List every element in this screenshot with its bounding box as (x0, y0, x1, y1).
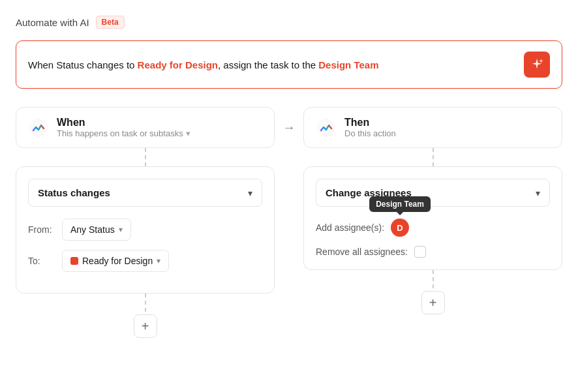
when-add-row: + (134, 312, 157, 338)
action-select[interactable]: Change assignees ▾ (316, 179, 550, 207)
beta-badge: Beta (96, 16, 125, 29)
trigger-label: Status changes (38, 187, 110, 198)
svg-point-0 (29, 119, 48, 137)
flow-container: When This happens on task or subtasks ▾ … (16, 107, 562, 338)
clickup-logo-when (28, 117, 49, 138)
assignee-initial: D (397, 223, 403, 233)
then-body-card: Change assignees ▾ Add assignee(s): Desi… (303, 166, 562, 270)
sparkle-icon (530, 57, 544, 72)
when-body-card: Status changes ▾ From: Any Status ▾ To: … (16, 166, 275, 294)
trigger-select[interactable]: Status changes ▾ (28, 179, 262, 207)
flow-arrow: → (282, 107, 296, 135)
to-label: To: (28, 256, 55, 266)
to-chevron: ▾ (157, 256, 160, 265)
assignee-avatar[interactable]: Design Team D (391, 219, 409, 237)
then-dashed-line-top (433, 148, 434, 166)
status-dot (70, 257, 78, 265)
clickup-logo-then (316, 117, 337, 138)
prompt-highlight2: Design Team (318, 59, 378, 70)
when-dashed-line-top (145, 148, 146, 166)
add-assignees-label: Add assignee(s): (316, 222, 384, 233)
when-header-card: When This happens on task or subtasks ▾ (16, 107, 275, 148)
then-column: Then Do this action Change assignees ▾ A… (303, 107, 562, 314)
svg-point-1 (317, 119, 335, 137)
ai-prompt-box: When Status changes to Ready for Design,… (16, 40, 562, 89)
prompt-highlight1: Ready for Design (138, 59, 218, 70)
header-title: Automate with AI (16, 17, 89, 28)
when-add-button[interactable]: + (134, 314, 157, 338)
prompt-text-before: When Status changes to (28, 59, 138, 70)
remove-checkbox[interactable] (414, 246, 426, 258)
when-subtitle[interactable]: This happens on task or subtasks ▾ (57, 128, 262, 138)
page-header: Automate with AI Beta (16, 16, 562, 29)
then-header-card: Then Do this action (303, 107, 562, 148)
to-value-select[interactable]: Ready for Design ▾ (62, 250, 169, 272)
then-dashed-line-bottom (433, 270, 434, 288)
action-chevron: ▾ (536, 188, 540, 198)
trigger-chevron: ▾ (248, 188, 252, 198)
ai-prompt-text: When Status changes to Ready for Design,… (28, 59, 515, 70)
from-value-select[interactable]: Any Status ▾ (62, 219, 131, 241)
when-header-content: When This happens on task or subtasks ▾ (57, 117, 262, 138)
from-row: From: Any Status ▾ (28, 219, 262, 241)
when-column: When This happens on task or subtasks ▾ … (16, 107, 275, 338)
when-subtitle-chevron: ▾ (186, 128, 190, 138)
to-row: To: Ready for Design ▾ (28, 250, 262, 272)
assignees-row: Add assignee(s): Design Team D (316, 219, 550, 237)
from-label: From: (28, 224, 55, 235)
then-title: Then (344, 117, 550, 128)
then-header-content: Then Do this action (344, 117, 550, 138)
from-chevron: ▾ (119, 225, 123, 234)
prompt-text-middle: , assign the task to the (218, 59, 318, 70)
when-title: When (57, 117, 262, 128)
when-dashed-line-bottom (145, 294, 146, 312)
to-value-text: Ready for Design (82, 256, 153, 266)
sparkle-button[interactable] (524, 52, 550, 78)
then-add-button[interactable]: + (421, 291, 445, 314)
then-add-row: + (421, 288, 445, 314)
design-team-tooltip: Design Team (369, 196, 431, 212)
remove-label: Remove all assignees: (316, 247, 408, 257)
remove-row: Remove all assignees: (316, 246, 550, 258)
from-value-text: Any Status (70, 224, 115, 235)
then-subtitle: Do this action (344, 128, 550, 138)
